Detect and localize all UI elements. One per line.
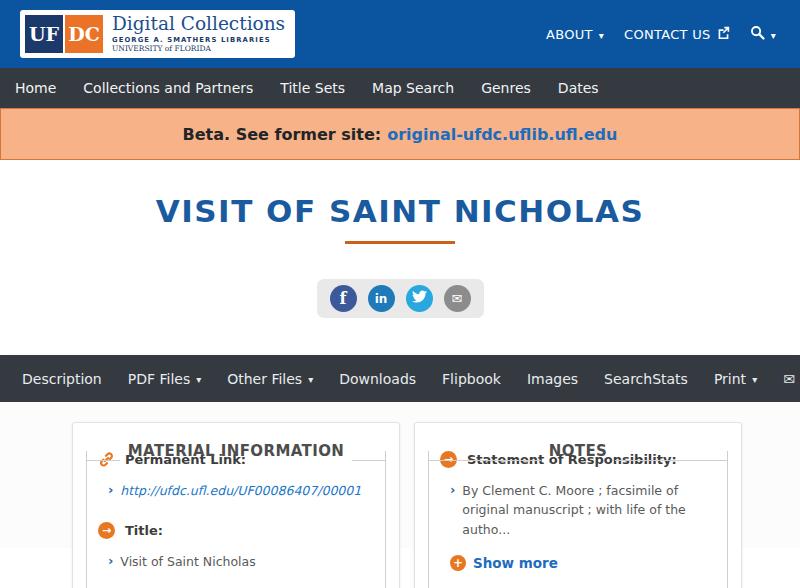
- toolbar-right: Stats Print ▾ ✉ Send: [652, 371, 800, 387]
- content-area: MATERIAL INFORMATION Permanent Link: › h…: [0, 402, 800, 548]
- caret-down-icon: ▾: [599, 30, 604, 41]
- beta-banner-text: Beta. See former site:: [183, 125, 382, 144]
- uf-logo-square: UF: [25, 15, 63, 53]
- facebook-share-button[interactable]: f: [330, 285, 357, 312]
- share-pill: f in ✉: [317, 279, 484, 318]
- caret-down-icon: ▾: [752, 374, 757, 385]
- toolbar-send[interactable]: ✉ Send: [783, 371, 800, 387]
- email-share-button[interactable]: ✉: [444, 285, 471, 312]
- toolbar-pdf-files[interactable]: PDF Files ▾: [128, 371, 201, 387]
- search-icon: [750, 25, 765, 43]
- contact-us-label: CONTACT US: [624, 27, 711, 42]
- page: UF DC Digital Collections GEORGE A. SMAT…: [0, 0, 800, 588]
- nav-item-home[interactable]: Home: [15, 80, 56, 96]
- chevron-right-icon: ›: [108, 481, 113, 500]
- material-information-card: MATERIAL INFORMATION Permanent Link: › h…: [72, 422, 400, 588]
- facebook-icon: f: [340, 289, 347, 308]
- header-links: ABOUT ▾ CONTACT US ▾: [546, 25, 776, 43]
- dc-logo-square: DC: [65, 15, 103, 53]
- logo-subtitle-university: UNIVERSITY of FLORIDA: [112, 45, 285, 53]
- nav-item-dates[interactable]: Dates: [558, 80, 599, 96]
- search-menu[interactable]: ▾: [750, 25, 776, 43]
- permanent-link-url[interactable]: http://ufdc.ufl.edu/UF00086407/00001: [120, 481, 361, 500]
- former-site-link[interactable]: original-ufdc.uflib.ufl.edu: [387, 125, 617, 144]
- show-more-button[interactable]: + Show more: [450, 555, 716, 571]
- toolbar-downloads[interactable]: Downloads: [339, 371, 416, 387]
- statement-of-responsibility-value: By Clement C. Moore ; facsimile of origi…: [462, 481, 716, 539]
- toolbar-left: Description PDF Files ▾ Other Files ▾ Do…: [22, 371, 652, 387]
- statement-of-responsibility-value-row: › By Clement C. Moore ; facsimile of ori…: [450, 481, 716, 539]
- envelope-icon: ✉: [783, 371, 795, 387]
- material-information-title: MATERIAL INFORMATION: [120, 442, 353, 460]
- caret-down-icon: ▾: [771, 30, 776, 41]
- envelope-icon: ✉: [452, 291, 463, 306]
- site-logo[interactable]: UF DC Digital Collections GEORGE A. SMAT…: [20, 10, 295, 58]
- title-field: → Title:: [98, 522, 374, 539]
- toolbar-print[interactable]: Print ▾: [714, 371, 757, 387]
- logo-title: Digital Collections: [112, 15, 285, 34]
- share-row: f in ✉: [0, 279, 800, 318]
- permanent-link-value-row: › http://ufdc.ufl.edu/UF00086407/00001: [108, 481, 374, 500]
- toolbar-other-files[interactable]: Other Files ▾: [227, 371, 313, 387]
- logo-text: Digital Collections GEORGE A. SMATHERS L…: [112, 15, 285, 53]
- beta-banner: Beta. See former site: original-ufdc.ufl…: [0, 108, 800, 160]
- notes-fieldset: NOTES → Statement of Responsibility: › B…: [428, 451, 728, 588]
- item-toolbar: Description PDF Files ▾ Other Files ▾ Do…: [0, 355, 800, 402]
- fieldset-border: NOTES: [429, 451, 727, 469]
- site-header: UF DC Digital Collections GEORGE A. SMAT…: [0, 0, 800, 68]
- title-section: VISIT OF SAINT NICHOLAS: [0, 160, 800, 244]
- about-label: ABOUT: [546, 27, 593, 42]
- page-title: VISIT OF SAINT NICHOLAS: [0, 193, 800, 229]
- about-menu[interactable]: ABOUT ▾: [546, 27, 604, 42]
- toolbar-other-files-label: Other Files: [227, 371, 302, 387]
- twitter-share-button[interactable]: [406, 285, 433, 312]
- external-link-icon: [717, 26, 730, 42]
- caret-down-icon: ▾: [196, 374, 201, 385]
- main-nav: Home Collections and Partners Title Sets…: [0, 68, 800, 108]
- material-information-fieldset: MATERIAL INFORMATION Permanent Link: › h…: [86, 451, 386, 588]
- arrow-circle-icon: →: [98, 522, 115, 539]
- toolbar-stats[interactable]: Stats: [652, 371, 688, 387]
- fieldset-border: MATERIAL INFORMATION: [87, 451, 385, 469]
- title-field-value: Visit of Saint Nicholas: [120, 552, 255, 571]
- plus-circle-icon: +: [450, 555, 466, 571]
- show-more-label: Show more: [473, 555, 558, 571]
- title-value-row: › Visit of Saint Nicholas: [108, 552, 374, 571]
- caret-down-icon: ▾: [308, 374, 313, 385]
- title-underline: [345, 241, 455, 244]
- toolbar-search[interactable]: Search: [604, 371, 652, 387]
- toolbar-images[interactable]: Images: [527, 371, 578, 387]
- linkedin-share-button[interactable]: in: [368, 285, 395, 312]
- chevron-right-icon: ›: [108, 552, 113, 571]
- nav-item-collections-and-partners[interactable]: Collections and Partners: [83, 80, 253, 96]
- title-field-label: Title:: [125, 523, 163, 538]
- arrow-glyph: →: [102, 524, 111, 537]
- notes-title: NOTES: [541, 442, 616, 460]
- toolbar-description[interactable]: Description: [22, 371, 102, 387]
- notes-card: NOTES → Statement of Responsibility: › B…: [414, 422, 742, 588]
- toolbar-print-label: Print: [714, 371, 746, 387]
- toolbar-pdf-files-label: PDF Files: [128, 371, 190, 387]
- logo-subtitle-libraries: GEORGE A. SMATHERS LIBRARIES: [112, 37, 285, 44]
- twitter-icon: [412, 289, 427, 308]
- contact-us-link[interactable]: CONTACT US: [624, 26, 730, 42]
- nav-item-map-search[interactable]: Map Search: [372, 80, 454, 96]
- nav-item-genres[interactable]: Genres: [481, 80, 531, 96]
- linkedin-icon: in: [375, 292, 388, 306]
- toolbar-flipbook[interactable]: Flipbook: [442, 371, 501, 387]
- nav-item-title-sets[interactable]: Title Sets: [280, 80, 345, 96]
- chevron-right-icon: ›: [450, 481, 455, 539]
